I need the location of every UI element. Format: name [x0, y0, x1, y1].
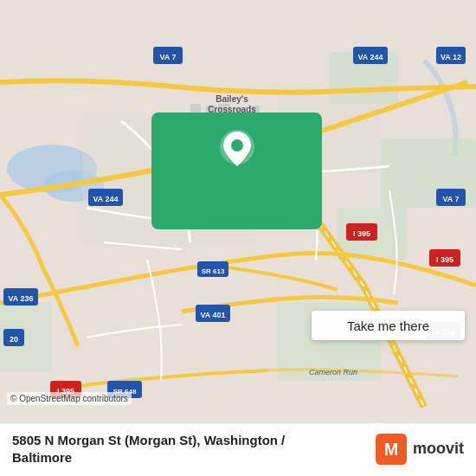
svg-text:VA 7: VA 7: [159, 53, 176, 61]
svg-text:VA 236: VA 236: [8, 294, 33, 303]
address-line1: 5805 N Morgan St (Morgan St), Washington…: [12, 433, 285, 447]
address-line: 5805 N Morgan St (Morgan St), Washington…: [12, 432, 376, 466]
svg-text:VA 7: VA 7: [442, 195, 459, 203]
address-line2: Baltimore: [12, 450, 72, 465]
svg-rect-9: [190, 104, 201, 113]
svg-text:M: M: [384, 440, 398, 459]
moovit-logo-svg: M: [376, 434, 407, 465]
svg-text:VA 12: VA 12: [441, 53, 461, 61]
moovit-logo: M moovit: [376, 434, 464, 465]
location-pin-icon: [216, 128, 258, 177]
svg-text:VA 244: VA 244: [357, 53, 383, 61]
svg-text:20: 20: [10, 335, 18, 344]
take-me-there-button[interactable]: Take me there: [312, 311, 465, 340]
address-block: 5805 N Morgan St (Morgan St), Washington…: [12, 432, 376, 466]
svg-text:VA 401: VA 401: [200, 311, 225, 319]
info-bar: 5805 N Morgan St (Morgan St), Washington…: [0, 422, 476, 476]
svg-point-47: [231, 139, 243, 151]
osm-attribution: © OpenStreetMap contributors: [7, 392, 132, 405]
svg-text:SR 613: SR 613: [202, 267, 225, 275]
moovit-logo-text: moovit: [413, 440, 464, 458]
svg-text:I 395: I 395: [436, 255, 453, 264]
svg-text:I 395: I 395: [353, 229, 370, 238]
svg-text:Cameron Run: Cameron Run: [309, 368, 357, 376]
map-container: VA 7 VA 244 VA 12 VA 244 VA 7 I 395 I 39…: [0, 0, 476, 476]
attribution-text: © OpenStreetMap contributors: [10, 394, 128, 403]
svg-text:VA 244: VA 244: [93, 195, 118, 203]
svg-text:Bailey's: Bailey's: [215, 94, 248, 104]
pin-overlay: Take me there: [151, 113, 322, 229]
